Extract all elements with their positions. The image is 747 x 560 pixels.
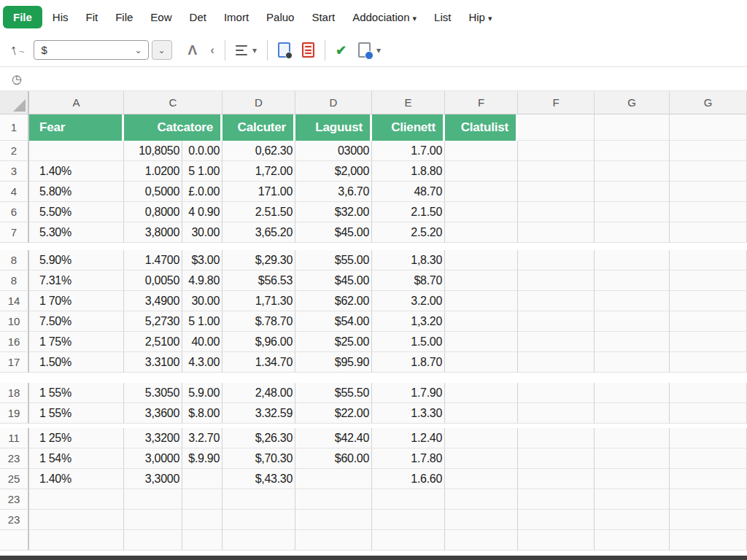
cell[interactable] (518, 161, 595, 182)
cell[interactable]: 1.2.40 (372, 428, 445, 448)
row-header[interactable]: 25 (0, 469, 29, 489)
menu-item-imort[interactable]: Imort (224, 11, 249, 23)
cell[interactable]: 03000 (295, 141, 372, 161)
cell[interactable] (670, 469, 747, 489)
cell[interactable] (670, 489, 747, 510)
alignment-lines-icon[interactable] (236, 45, 249, 55)
cell[interactable] (124, 489, 182, 510)
cell[interactable]: 0.0.00 (182, 141, 222, 161)
cell[interactable] (595, 448, 670, 469)
cell[interactable]: 2.5.20 (372, 222, 445, 243)
cell[interactable] (595, 141, 670, 161)
cell[interactable]: 3,6.70 (295, 182, 372, 202)
cell[interactable]: 1.7.90 (372, 383, 445, 403)
cell[interactable]: 5 1.00 (182, 311, 222, 332)
cell[interactable] (29, 141, 124, 161)
column-header-3[interactable]: D (295, 91, 372, 114)
row-header[interactable]: 16 (0, 332, 29, 352)
column-header-0[interactable]: A (29, 91, 124, 114)
cell[interactable]: 2.1.50 (372, 202, 445, 222)
paste-document-icon[interactable] (278, 42, 290, 58)
table-header-cell[interactable]: Fear (29, 114, 124, 141)
row-header[interactable]: 8 (0, 271, 29, 291)
checkmark-icon[interactable]: ✔ (336, 42, 347, 58)
cell[interactable]: 1.50% (29, 352, 124, 373)
cell[interactable]: $.78.70 (222, 311, 295, 332)
cell[interactable] (670, 352, 747, 373)
cell[interactable] (222, 489, 295, 510)
name-box-dropdown-button[interactable]: ⌄ (152, 40, 172, 60)
cell[interactable]: 1.7.80 (372, 448, 445, 469)
table-header-cell[interactable]: Clatulist (445, 114, 518, 141)
cell[interactable]: 5.80% (29, 182, 124, 202)
cell[interactable] (445, 469, 518, 489)
cell[interactable] (518, 332, 595, 352)
cell[interactable]: 4.9.80 (182, 271, 222, 291)
cell[interactable]: $60.00 (295, 448, 372, 469)
cell[interactable] (595, 250, 670, 271)
row-header[interactable]: 23 (0, 510, 29, 530)
cell[interactable]: $95.90 (295, 352, 372, 373)
cell[interactable] (518, 202, 595, 222)
row-header[interactable]: 3 (0, 161, 29, 182)
cell[interactable] (445, 510, 518, 530)
cell[interactable]: $55.00 (295, 250, 372, 271)
cell[interactable]: 1.3.30 (372, 403, 445, 424)
cell[interactable] (518, 428, 595, 448)
cell[interactable] (595, 202, 670, 222)
cell[interactable] (595, 182, 670, 202)
cell[interactable]: 3,3000 (124, 469, 182, 489)
cell[interactable] (518, 489, 595, 510)
cell[interactable] (670, 311, 747, 332)
cell[interactable] (518, 383, 595, 403)
menu-item-hip[interactable]: Hip▾ (468, 11, 492, 23)
cell[interactable] (670, 383, 747, 403)
cell[interactable]: 2,5100 (124, 332, 182, 352)
row-header[interactable]: 23 (0, 489, 29, 510)
cell[interactable]: 4.3.00 (182, 352, 222, 373)
cell[interactable]: 5,2730 (124, 311, 182, 332)
cell[interactable]: 1.5.00 (372, 332, 445, 352)
cell[interactable]: 3,8000 (124, 222, 182, 243)
cell[interactable]: $,70.30 (222, 448, 295, 469)
row-header[interactable]: 7 (0, 222, 29, 243)
cell[interactable]: 1,8.30 (372, 250, 445, 271)
lambda-icon[interactable]: Λ (188, 42, 198, 58)
cell[interactable] (518, 222, 595, 243)
table-header-cell[interactable]: Calcuter (222, 114, 295, 141)
cell[interactable] (595, 403, 670, 424)
cell[interactable] (518, 114, 595, 141)
cell[interactable] (445, 182, 518, 202)
cell[interactable] (595, 271, 670, 291)
cell[interactable] (295, 469, 372, 489)
cell[interactable]: 1.34.70 (222, 352, 295, 373)
row-header[interactable]: 10 (0, 311, 29, 332)
cell[interactable]: $,96.00 (222, 332, 295, 352)
cell[interactable]: 1,3.20 (372, 311, 445, 332)
cell[interactable] (670, 271, 747, 291)
menu-item-eow[interactable]: Eow (150, 11, 171, 23)
cell[interactable]: $25.00 (295, 332, 372, 352)
cell[interactable]: $,26.30 (222, 428, 295, 448)
cell[interactable] (518, 448, 595, 469)
cell[interactable]: $62.00 (295, 291, 372, 311)
cell[interactable] (445, 489, 518, 510)
cell[interactable] (445, 271, 518, 291)
cell[interactable]: 5.30% (29, 222, 124, 243)
row-header[interactable]: 2 (0, 141, 29, 161)
row-header[interactable]: 8 (0, 250, 29, 271)
cell[interactable]: 0,5000 (124, 182, 182, 202)
column-header-2[interactable]: D (222, 91, 295, 114)
cell[interactable]: 10,8050 (124, 141, 182, 161)
cell[interactable] (670, 250, 747, 271)
cell[interactable]: 4 0.90 (182, 202, 222, 222)
cell[interactable]: $.8.00 (182, 403, 222, 424)
cell[interactable] (670, 161, 747, 182)
cell[interactable] (595, 428, 670, 448)
table-header-cell[interactable]: Catcatore (124, 114, 222, 141)
cell[interactable]: 2,48.00 (222, 383, 295, 403)
cell[interactable]: 1.7.00 (372, 141, 445, 161)
cell[interactable] (295, 489, 372, 510)
clipboard-red-icon[interactable] (302, 42, 314, 58)
menu-item-his[interactable]: His (53, 11, 69, 23)
